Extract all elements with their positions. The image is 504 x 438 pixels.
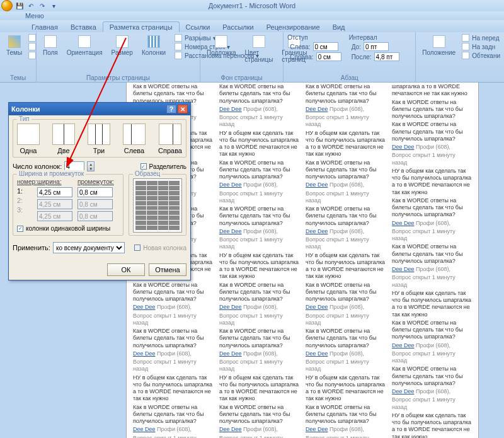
group-label-themes: Темы: [4, 74, 32, 81]
num-columns-spinner[interactable]: ▲▼: [87, 161, 94, 171]
orientation-icon: [78, 35, 91, 48]
themes-button[interactable]: Темы: [4, 34, 25, 59]
qat-undo-icon[interactable]: ↶: [26, 1, 35, 10]
watermark-button[interactable]: Подложка: [204, 34, 239, 64]
group-arrange: Положение На перед На задн Обтекани: [416, 32, 504, 82]
row2-gap: 0,8 см: [77, 199, 113, 209]
qat-redo-icon[interactable]: ↷: [38, 1, 47, 10]
type-right[interactable]: Справа: [158, 124, 182, 154]
spacing-before-input[interactable]: [364, 42, 389, 51]
page-color-icon: [253, 35, 265, 48]
position-button[interactable]: Положение: [420, 34, 458, 59]
menu-bar: Меню: [0, 11, 504, 20]
columns-icon: [147, 35, 160, 48]
indent-right-input[interactable]: [316, 52, 341, 61]
spacing-before-label: До:: [352, 43, 361, 50]
tab-review[interactable]: Рецензирование: [260, 22, 326, 32]
text-wrap[interactable]: Обтекани: [462, 52, 500, 59]
check-icon: [134, 245, 140, 251]
columns-label: Колонки: [142, 49, 166, 56]
row2-width: 4,25 см: [37, 199, 72, 209]
type-one[interactable]: Одна: [17, 124, 40, 154]
columns-dialog: Колонки ? ✕ Тип Одна Две Три Слева Справ…: [8, 102, 191, 280]
row3-num: 3:: [17, 206, 32, 214]
window-title: Документ1 - Microsoft Word: [209, 2, 295, 9]
row1-width[interactable]: 4,25 см: [37, 187, 72, 197]
size-icon: [116, 35, 129, 48]
tab-page-layout[interactable]: Разметка страницы: [103, 21, 180, 32]
size-label: Размер: [112, 49, 133, 56]
width-spacing-group: Ширина и промежуток номер: 1: 2: 3: шири…: [13, 174, 123, 236]
menu-item[interactable]: Меню: [25, 12, 44, 20]
col-w-head: ширина:: [37, 178, 72, 185]
preview-pic: [133, 178, 182, 233]
group-page-setup: Поля Ориентация Размер Колонки Разрывы ▾…: [37, 32, 200, 82]
tab-mailings[interactable]: Рассылки: [216, 22, 260, 32]
theme-fonts[interactable]: [28, 43, 36, 50]
orientation-button[interactable]: Ориентация: [64, 34, 105, 59]
type-legend: Тип: [17, 115, 32, 122]
theme-colors[interactable]: [28, 34, 36, 42]
columns-button[interactable]: Колонки: [139, 34, 168, 59]
indent-heading: Отступ: [287, 34, 341, 41]
margins-icon: [44, 35, 57, 48]
col-g-head: промежуток:: [77, 178, 114, 185]
row1-num: 1:: [17, 187, 32, 195]
equal-width-checkbox[interactable]: ✓ колонки одинаковой ширины: [17, 225, 119, 232]
title-bar: 💾 ↶ ↷ ▾ Документ1 - Microsoft Word: [0, 0, 504, 11]
quick-access-toolbar: 💾 ↶ ↷ ▾: [1, 0, 58, 11]
ribbon: Темы Темы Поля Ориентация Размер Колонки…: [0, 32, 504, 83]
group-label-page-setup: Параметры страницы: [40, 74, 196, 81]
group-themes: Темы Темы: [0, 32, 37, 82]
cancel-button[interactable]: Отмена: [149, 263, 186, 276]
row3-width: 4,25 см: [37, 211, 72, 221]
bring-front[interactable]: На перед: [462, 34, 500, 42]
ribbon-tabs: Главная Вставка Разметка страницы Ссылки…: [0, 20, 504, 32]
apply-label: Применить:: [13, 244, 50, 251]
tab-insert[interactable]: Вставка: [64, 22, 103, 32]
position-icon: [433, 35, 445, 48]
send-back[interactable]: На задн: [462, 43, 500, 50]
check-icon: ✓: [17, 226, 23, 232]
theme-effects[interactable]: [28, 52, 36, 59]
spacing-after-input[interactable]: [374, 52, 399, 61]
check-icon: ✓: [140, 163, 147, 170]
dialog-title: Колонки: [11, 105, 40, 113]
indent-left-label: Слева:: [290, 43, 310, 50]
col-num-head: номер:: [17, 178, 32, 185]
row1-gap[interactable]: 0,8 см: [77, 187, 113, 197]
row2-num: 2:: [17, 197, 32, 204]
watermark-label: Подложка: [207, 49, 236, 56]
group-page-background: Подложка Цвет страницы Границы страниц Ф…: [200, 32, 284, 82]
ok-button[interactable]: ОК: [107, 263, 145, 276]
row3-gap: 0,8 см: [77, 211, 113, 221]
divider-checkbox[interactable]: ✓ Разделитель: [140, 163, 186, 170]
page-color-button[interactable]: Цвет страницы: [243, 34, 276, 64]
orientation-label: Ориентация: [67, 49, 103, 56]
num-columns-label: Число колонок:: [13, 163, 62, 170]
type-left[interactable]: Слева: [123, 124, 146, 154]
hyphenation-icon: [175, 52, 182, 59]
new-column-checkbox: Новая колонка: [134, 245, 186, 251]
qat-more-icon[interactable]: ▾: [49, 1, 58, 10]
type-two[interactable]: Две: [52, 124, 75, 154]
width-spacing-legend: Ширина и промежуток: [17, 170, 86, 177]
watermark-icon: [215, 35, 227, 48]
tab-view[interactable]: Вид: [326, 22, 352, 32]
qat-save-icon[interactable]: 💾: [15, 1, 24, 10]
line-numbers-icon: [175, 43, 182, 50]
dialog-title-bar[interactable]: Колонки ? ✕: [9, 103, 190, 115]
group-label-paragraph: Абзац: [287, 74, 411, 81]
office-button[interactable]: [1, 0, 13, 11]
dialog-help-button[interactable]: ?: [166, 105, 176, 113]
position-label: Положение: [422, 49, 455, 56]
tab-home[interactable]: Главная: [25, 22, 64, 32]
margins-button[interactable]: Поля: [40, 34, 60, 59]
type-three[interactable]: Три: [88, 124, 110, 154]
size-button[interactable]: Размер: [109, 34, 135, 59]
tab-references[interactable]: Ссылки: [180, 22, 217, 32]
indent-left-input[interactable]: [313, 42, 338, 51]
dialog-close-button[interactable]: ✕: [178, 105, 188, 113]
apply-select[interactable]: ко всему документу: [53, 242, 125, 253]
themes-icon: [8, 35, 21, 48]
